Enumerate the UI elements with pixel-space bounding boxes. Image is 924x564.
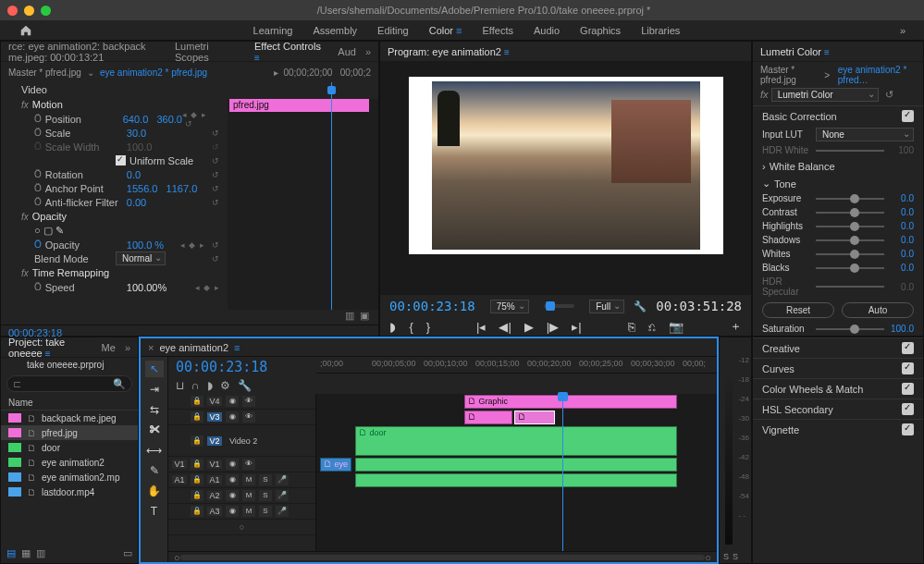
minimize-window[interactable] [24, 6, 34, 16]
speed-prop[interactable]: ÖSpeed100.00%◂ ◆ ▸ [1, 280, 228, 294]
track-select-tool[interactable]: ⇥ [145, 381, 164, 398]
rotation-prop[interactable]: ÖRotation0.0↺ [1, 167, 228, 181]
a1-source[interactable]: A1 [172, 475, 187, 484]
lumetri-scopes-tab[interactable]: Lumetri Scopes [175, 41, 245, 63]
reset-button[interactable]: Reset [762, 302, 834, 318]
timeline-tracks[interactable]: 🗋 Graphic 🗋 backpack🗋 pfred.jpg 🗋 door 🗋… [316, 394, 717, 551]
a2-target[interactable]: A2 [207, 491, 222, 500]
hand-tool[interactable]: ✋ [145, 483, 164, 499]
basic-correction-section[interactable]: Basic Correction [753, 105, 923, 126]
project-item[interactable]: 🗋door [1, 440, 138, 455]
freeform-icon[interactable]: ▥ [36, 547, 45, 559]
project-item[interactable]: 🗋pfred.jpg [1, 425, 138, 440]
project-item[interactable]: 🗋eye animation2 [1, 455, 138, 470]
auto-button[interactable]: Auto [842, 302, 914, 318]
go-in-icon[interactable]: |◂ [476, 320, 486, 334]
exposure-slider[interactable] [816, 198, 884, 200]
zoom-dropdown[interactable]: 75% [490, 300, 529, 313]
playhead[interactable] [562, 394, 563, 551]
overflow-icon[interactable]: » [900, 25, 906, 36]
lumetri-tab[interactable]: Lumetri Color ≡ [760, 46, 830, 57]
pen-tool[interactable]: ✎ [145, 462, 164, 479]
sequence-name[interactable]: eye animation2 [159, 342, 228, 353]
lift-icon[interactable]: ⎘ [628, 320, 635, 334]
v1-source[interactable]: V1 [172, 460, 187, 469]
workspace-editing[interactable]: Editing [377, 25, 409, 36]
video-section[interactable]: Video [1, 82, 228, 97]
workspace-learning[interactable]: Learning [253, 25, 293, 36]
ec-mini-clip[interactable]: pfred.jpg [229, 99, 369, 112]
selection-tool[interactable]: ↖ [145, 361, 164, 377]
clip-pfred[interactable]: 🗋 pfred.jpg [514, 411, 555, 424]
timeline-zoom-scrubber[interactable] [180, 555, 706, 560]
opacity-prop[interactable]: ÖOpacity100.0 %◂ ◆ ▸ ↺ [1, 238, 228, 251]
lumetri-effect-dropdown[interactable]: fx Lumetri Color ↺ [760, 88, 916, 102]
type-tool[interactable]: T [145, 503, 164, 520]
master-track[interactable]: ○ [168, 520, 315, 535]
step-back-icon[interactable]: ◀| [499, 320, 511, 334]
v4-eye[interactable]: 👁 [242, 396, 255, 407]
home-icon[interactable] [18, 24, 33, 37]
uniform-scale-check[interactable]: Uniform Scale↺ [1, 153, 228, 167]
settings-icon[interactable]: 🔧 [634, 300, 647, 313]
saturation-slider[interactable] [816, 328, 884, 330]
clip-a1[interactable] [355, 473, 677, 487]
hsl-section[interactable]: HSL Secondary [753, 398, 923, 419]
clip-audio-v1[interactable] [355, 458, 677, 472]
project-search[interactable]: ⊏🔍 [6, 375, 132, 392]
timeline-timecode[interactable]: 00:00:23:18 [176, 359, 309, 375]
shadows-slider[interactable] [816, 239, 884, 241]
link-icon[interactable]: ∩ [191, 379, 200, 392]
project-item[interactable]: 🗋lastdoor.mp4 [1, 484, 138, 499]
audio-tab[interactable]: Aud [338, 46, 356, 57]
highlights-slider[interactable] [816, 226, 884, 227]
anchor-prop[interactable]: ÖAnchor Point1556.0 1167.0↺ [1, 181, 228, 195]
v4-target[interactable]: V4 [207, 397, 222, 406]
timeline-ruler[interactable]: ;00;0000;00;05;0000;00;10;0000;00;15;000… [316, 357, 717, 374]
opacity-effect[interactable]: fxOpacity [1, 209, 228, 224]
program-timecode[interactable]: 00:00:23:18 [389, 299, 475, 313]
source-tab[interactable]: rce: eye animation2: backpack me.jpeg: 0… [8, 41, 166, 63]
workspace-color[interactable]: Color ≡ [429, 25, 462, 36]
workspace-libraries[interactable]: Libraries [641, 25, 680, 36]
mask-tools[interactable]: ○ ▢ ✎ [1, 224, 228, 238]
clip-eyea[interactable]: 🗋 eye a [320, 458, 351, 472]
blacks-slider[interactable] [816, 267, 884, 269]
clip-path[interactable]: eye animation2 * pfred.jpg [100, 67, 207, 78]
tone-section[interactable]: ⌄ Tone [753, 176, 923, 191]
position-prop[interactable]: ÖPosition640.0 360.0◂ ◆ ▸ ↺ [1, 112, 228, 126]
marker-icon[interactable]: ◗ [389, 320, 396, 334]
go-out-icon[interactable]: ▸| [572, 320, 581, 334]
v2-target[interactable]: V2 [207, 436, 222, 446]
out-icon[interactable]: } [426, 320, 430, 334]
workspace-effects[interactable]: Effects [483, 25, 513, 36]
v3-target[interactable]: V3 [207, 412, 222, 422]
effect-controls-tab[interactable]: Effect Controls ≡ [254, 41, 328, 63]
project-tab[interactable]: Project: take oneeee ≡ [8, 337, 92, 359]
a1-target[interactable]: A1 [207, 475, 222, 484]
whites-slider[interactable] [816, 253, 884, 255]
snap-icon[interactable]: ⊔ [176, 379, 184, 392]
white-balance-section[interactable]: › White Balance [753, 157, 923, 176]
effect-timeline[interactable]: pfred.jpg [228, 82, 378, 310]
panel-overflow-icon[interactable]: » [365, 46, 371, 57]
list-view-icon[interactable]: ▤ [6, 547, 16, 559]
a3-target[interactable]: A3 [207, 507, 222, 516]
contrast-slider[interactable] [816, 212, 884, 214]
vignette-section[interactable]: Vignette [753, 419, 923, 439]
time-remap[interactable]: fxTime Remapping [1, 265, 228, 280]
project-item[interactable]: 🗋backpack me.jpeg [1, 411, 138, 425]
wheels-section[interactable]: Color Wheels & Match [753, 378, 923, 398]
blend-mode[interactable]: Blend ModeNormal↺ [1, 251, 228, 265]
settings-tl-icon[interactable]: ⚙ [220, 379, 230, 392]
workspace-graphics[interactable]: Graphics [580, 25, 621, 36]
project-item[interactable]: 🗋eye animation2.mp [1, 470, 138, 484]
program-viewport[interactable] [380, 62, 751, 295]
v1-target[interactable]: V1 [207, 460, 222, 469]
creative-section[interactable]: Creative [753, 337, 923, 358]
curves-section[interactable]: Curves [753, 358, 923, 378]
workspace-audio[interactable]: Audio [534, 25, 560, 36]
flicker-prop[interactable]: ÖAnti-flicker Filter0.00↺ [1, 195, 228, 209]
in-icon[interactable]: { [409, 320, 413, 334]
track-lock[interactable]: 🔒 [191, 396, 203, 407]
